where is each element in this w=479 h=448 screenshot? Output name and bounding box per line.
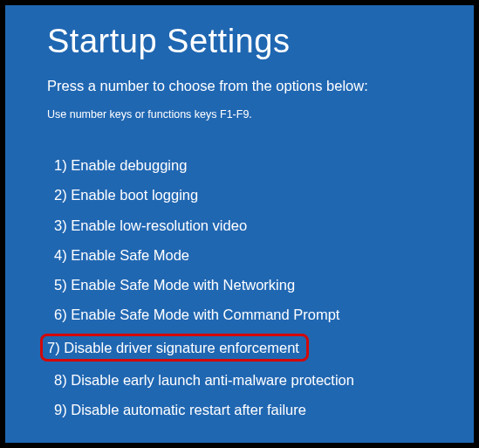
option-highlight: 7) Disable driver signature enforcement: [40, 334, 309, 362]
startup-settings-screen: Startup Settings Press a number to choos…: [5, 5, 474, 443]
option-number: 3: [54, 217, 62, 233]
option-text-wrap: 3) Enable low-resolution video: [47, 214, 254, 237]
option-2[interactable]: 2) Enable boot logging: [47, 183, 441, 206]
option-label: Disable automatic restart after failure: [71, 402, 306, 417]
option-label: Enable low-resolution video: [71, 217, 247, 233]
option-7[interactable]: 7) Disable driver signature enforcement: [47, 334, 441, 362]
option-4[interactable]: 4) Enable Safe Mode: [47, 244, 441, 266]
option-label: Enable Safe Mode: [71, 247, 189, 263]
option-label: Disable early launch anti-malware protec…: [71, 372, 354, 388]
option-text-wrap: 5) Enable Safe Mode with Networking: [47, 273, 302, 296]
option-9[interactable]: 9) Disable automatic restart after failu…: [47, 398, 441, 421]
option-number: 4: [54, 247, 62, 263]
option-number: 2: [54, 187, 62, 203]
option-number: 6: [54, 307, 62, 322]
option-number: 8: [54, 372, 62, 388]
option-number: 1: [54, 157, 62, 173]
option-number: 9: [54, 402, 62, 417]
option-text-wrap: 8) Disable early launch anti-malware pro…: [47, 369, 361, 391]
option-label: Enable boot logging: [71, 187, 198, 203]
option-6[interactable]: 6) Enable Safe Mode with Command Prompt: [47, 303, 441, 326]
option-text-wrap: 2) Enable boot logging: [47, 183, 205, 206]
option-3[interactable]: 3) Enable low-resolution video: [47, 214, 441, 237]
option-5[interactable]: 5) Enable Safe Mode with Networking: [47, 273, 441, 296]
option-text-wrap: 6) Enable Safe Mode with Command Prompt: [47, 303, 346, 326]
option-label: Enable Safe Mode with Networking: [71, 277, 295, 293]
option-1[interactable]: 1) Enable debugging: [47, 154, 441, 176]
options-list: 1) Enable debugging2) Enable boot loggin…: [47, 154, 441, 421]
option-text-wrap: 4) Enable Safe Mode: [47, 244, 196, 266]
option-8[interactable]: 8) Disable early launch anti-malware pro…: [47, 369, 441, 391]
option-label: Disable driver signature enforcement: [64, 340, 299, 355]
page-title: Startup Settings: [47, 23, 441, 60]
option-label: Enable Safe Mode with Command Prompt: [71, 307, 339, 322]
option-number: 7: [47, 340, 55, 355]
hint-text: Use number keys or functions keys F1-F9.: [47, 108, 441, 121]
option-text-wrap: 9) Disable automatic restart after failu…: [47, 398, 313, 421]
instruction-text: Press a number to choose from the option…: [47, 78, 441, 94]
option-label: Enable debugging: [71, 157, 187, 173]
option-number: 5: [54, 277, 62, 293]
option-text-wrap: 1) Enable debugging: [47, 154, 194, 176]
